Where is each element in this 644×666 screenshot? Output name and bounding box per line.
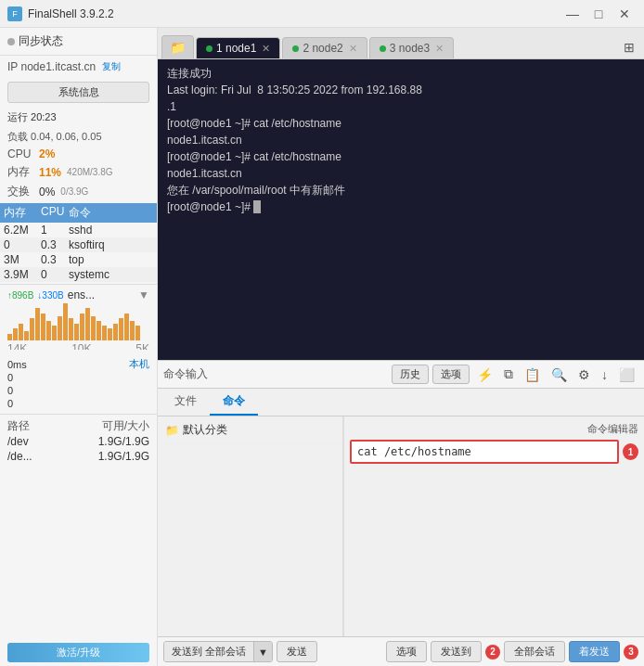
latency-val: 0 xyxy=(7,384,149,397)
chart-label-10k: 10K xyxy=(71,342,91,350)
send-to-button[interactable]: 发送到 xyxy=(431,641,482,662)
disk-path: /de... xyxy=(7,450,32,463)
terminal-line: .1 xyxy=(167,98,635,115)
swap-size: 0/3.9G xyxy=(60,186,88,197)
chart-bar xyxy=(135,326,140,340)
minimize-button[interactable]: — xyxy=(560,5,585,23)
tab-node3-dot xyxy=(380,45,386,52)
all-session-button[interactable]: 全部会话 xyxy=(504,641,565,662)
latency-ms: 0ms xyxy=(7,359,27,370)
disk-path: /dev xyxy=(7,435,29,448)
metric-cpu: CPU 2% xyxy=(0,146,157,162)
ip-row: IP node1.itcast.cn 复制 xyxy=(0,56,157,78)
folder-icon: 📁 xyxy=(170,40,186,55)
send-to-all-split[interactable]: 发送到 全部会话 ▼ xyxy=(163,641,273,662)
chart-bar xyxy=(119,318,123,340)
send-button[interactable]: 发送 xyxy=(277,641,317,662)
swap-label: 交换 xyxy=(7,184,33,199)
disk-row: /de...1.9G/1.9G xyxy=(7,449,149,464)
history-button[interactable]: 历史 xyxy=(392,365,429,384)
app-title: FinalShell 3.9.2.2 xyxy=(28,7,560,20)
chart-bar xyxy=(19,324,23,340)
download-icon[interactable]: ↓ xyxy=(598,365,612,384)
swap-value: 0% xyxy=(39,186,55,199)
disk-row: /dev1.9G/1.9G xyxy=(7,434,149,449)
tab-commands[interactable]: 命令 xyxy=(210,389,258,416)
terminal[interactable]: 连接成功Last login: Fri Jul 8 13:50:25 2022 … xyxy=(158,59,644,360)
tab-node3-close[interactable]: ✕ xyxy=(435,43,444,55)
copy-ip-button[interactable]: 复制 xyxy=(99,59,123,74)
chart-bar xyxy=(130,321,135,340)
quick-send-button[interactable]: 着发送 xyxy=(569,641,620,662)
send-to-all-main[interactable]: 发送到 全部会话 xyxy=(164,642,253,661)
proc-row: 3.9M0systemc xyxy=(0,267,157,282)
sidebar: 同步状态 IP node1.itcast.cn 复制 系统信息 运行 20:23… xyxy=(0,28,158,666)
chart-bar xyxy=(30,318,34,340)
fullscreen-icon[interactable]: ⬜ xyxy=(615,365,638,384)
mem-size: 420M/3.8G xyxy=(67,167,112,177)
lightning-icon[interactable]: ⚡ xyxy=(473,365,496,384)
cmd-input-label: 命令输入 xyxy=(163,366,208,382)
latency-section: 0ms 本机 000 xyxy=(0,355,157,412)
tab-node1[interactable]: 1 node1 ✕ xyxy=(196,37,280,58)
editor-badge-1: 1 xyxy=(623,443,638,460)
tab-node2-close[interactable]: ✕ xyxy=(349,43,357,55)
tab-bar: 📁 1 node1 ✕ 2 node2 ✕ 3 node3 ✕ ⊞ xyxy=(158,28,644,59)
copy-area-icon[interactable]: ⧉ xyxy=(500,365,517,384)
option-button[interactable]: 选项 xyxy=(432,365,470,384)
proc-row: 00.3ksoftirq xyxy=(0,237,157,252)
chart-bar xyxy=(52,326,57,340)
folder-icon-small: 📁 xyxy=(165,424,179,437)
bottom-content: 📁 默认分类 命令编辑器 1 xyxy=(158,416,644,636)
proc-table-header: 内存 CPU 命令 xyxy=(0,203,157,223)
tab-node3-label: 3 node3 xyxy=(390,42,430,55)
proc-row: 3M0.3top xyxy=(0,252,157,267)
proc-header-mem: 内存 xyxy=(4,205,41,221)
latency-val: 0 xyxy=(7,371,149,384)
tab-node1-dot xyxy=(206,45,213,52)
send-to-all-arrow[interactable]: ▼ xyxy=(253,642,272,661)
chart-bar xyxy=(69,318,73,340)
cmd-editor-panel: 命令编辑器 1 xyxy=(344,416,644,636)
close-button[interactable]: ✕ xyxy=(612,5,637,23)
tab-node2[interactable]: 2 node2 ✕ xyxy=(282,37,367,58)
main-layout: 同步状态 IP node1.itcast.cn 复制 系统信息 运行 20:23… xyxy=(0,28,644,666)
disk-avail: 1.9G/1.9G xyxy=(98,435,149,448)
proc-cpu: 1 xyxy=(41,224,69,237)
disk-header: 路径 可用/大小 xyxy=(7,418,149,434)
title-bar: F FinalShell 3.9.2.2 — □ ✕ xyxy=(0,0,644,28)
terminal-line: node1.itcast.cn xyxy=(167,165,635,182)
clipboard-icon[interactable]: 📋 xyxy=(521,365,544,384)
disk-section: 路径 可用/大小 /dev1.9G/1.9G/de...1.9G/1.9G xyxy=(0,414,157,467)
tab-folder[interactable]: 📁 xyxy=(161,35,194,58)
badge-3: 3 xyxy=(624,645,638,660)
settings-icon[interactable]: ⚙ xyxy=(574,365,594,384)
expand-icon[interactable]: ▼ xyxy=(138,288,149,301)
tab-grid-button[interactable]: ⊞ xyxy=(618,36,640,58)
terminal-line: Last login: Fri Jul 8 13:50:25 2022 from… xyxy=(167,82,635,98)
chart-bars-container xyxy=(7,303,149,340)
tab-files[interactable]: 文件 xyxy=(161,389,210,416)
tab-node1-close[interactable]: ✕ xyxy=(262,43,270,55)
chart-bar xyxy=(35,308,40,340)
maximize-button[interactable]: □ xyxy=(586,5,611,23)
option-bottom-button[interactable]: 选项 xyxy=(386,641,427,662)
chart-label-14k: 14K xyxy=(7,342,27,350)
cmd-editor-input[interactable] xyxy=(350,440,619,464)
chart-bar xyxy=(102,326,107,340)
disk-avail: 1.9G/1.9G xyxy=(98,450,149,463)
network-section: ↑896B ↓330B ens... ▼ 14K 10K 5K xyxy=(0,284,157,355)
chart-bar xyxy=(97,321,101,340)
bottom-action-bar: 发送到 全部会话 ▼ 发送 选项 发送到 2 全部会话 着发送 3 xyxy=(158,636,644,666)
terminal-line: node1.itcast.cn xyxy=(167,132,635,148)
upgrade-button[interactable]: 激活/升级 xyxy=(7,643,149,662)
sync-status-dot xyxy=(7,38,15,45)
bottom-tabs: 文件 命令 xyxy=(158,389,644,416)
chart-bar xyxy=(24,331,29,340)
search-icon[interactable]: 🔍 xyxy=(547,365,571,384)
tab-node2-label: 2 node2 xyxy=(303,42,342,55)
cmd-list-body[interactable] xyxy=(158,444,342,636)
sys-info-button[interactable]: 系统信息 xyxy=(7,82,149,103)
cmd-list-panel: 📁 默认分类 xyxy=(158,416,343,636)
tab-node3[interactable]: 3 node3 ✕ xyxy=(369,37,454,58)
